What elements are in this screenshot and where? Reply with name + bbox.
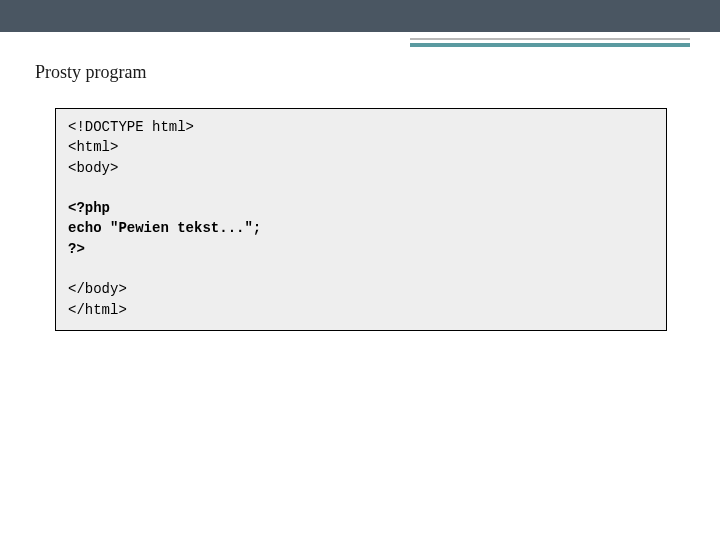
slide-title: Prosty program bbox=[35, 62, 147, 83]
code-line: </html> bbox=[68, 302, 127, 318]
code-line: <?php bbox=[68, 200, 110, 216]
code-line: echo "Pewien tekst..."; bbox=[68, 220, 261, 236]
code-line: <body> bbox=[68, 160, 118, 176]
code-line: </body> bbox=[68, 281, 127, 297]
accent-lines bbox=[410, 38, 690, 47]
code-line: <!DOCTYPE html> bbox=[68, 119, 194, 135]
code-line: ?> bbox=[68, 241, 85, 257]
accent-line-teal bbox=[410, 43, 690, 47]
code-block: <!DOCTYPE html> <html> <body> <?php echo… bbox=[55, 108, 667, 331]
header-bar bbox=[0, 0, 720, 32]
accent-line-gray bbox=[410, 38, 690, 40]
code-line: <html> bbox=[68, 139, 118, 155]
